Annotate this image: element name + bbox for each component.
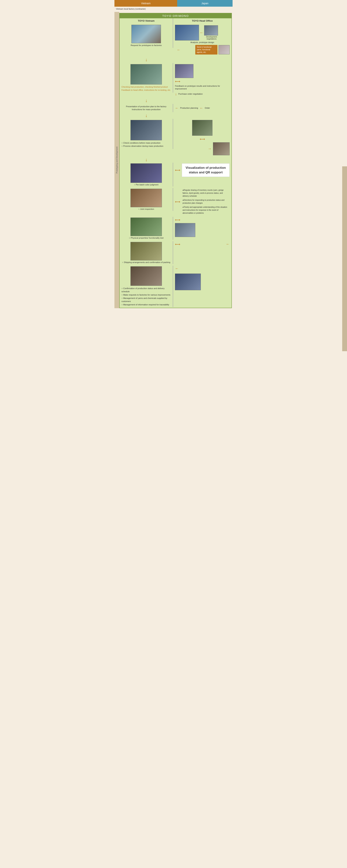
photo-yarns (218, 45, 230, 54)
step9-vietnam: ○ Confirmation of production status and … (119, 266, 173, 307)
arrow-step7: ⟷ (175, 218, 180, 222)
japan-header: Japan (177, 0, 233, 7)
photo-mass-production (131, 120, 162, 140)
step8-vietnam: ○ Shipping arrangements and confirmation… (119, 241, 173, 264)
step3-row: Presentation of production plan to the f… (119, 103, 232, 113)
step6-text: ○ Joint inspection (122, 208, 171, 210)
step1-vietnam: Request for prototypes to factories (119, 23, 173, 48)
photo-japan-meeting (175, 274, 201, 290)
step7-text: ○ Physical properties/ functionality tes… (122, 237, 171, 239)
step2-ho-text: Feedback on prototype results and instru… (175, 85, 230, 90)
photo-headoffice-meeting (175, 25, 199, 40)
step5-vietnam: ○ Per-batch color judgment (119, 163, 173, 186)
step3-ho-text: Production planning (180, 107, 198, 109)
headoffice-col-label: TOYO Head Office (173, 18, 232, 23)
step2-right: ⟷ Feedback on prototype results and inst… (173, 63, 232, 97)
japan-label: Japan (201, 2, 208, 5)
main-layout: Prototyping and Development TOYO ORIMONO… (114, 12, 233, 308)
step1-headoffice-area: ← Development negotiations Analysis, pro… (175, 25, 230, 43)
step9-arrows: ← (175, 266, 230, 271)
customer-dev-text: Development negotiations (204, 36, 219, 40)
customer-bullets-area: ●Regular sharing of inventory counts (ya… (182, 189, 230, 215)
arrow-step3-left: ← (175, 106, 179, 110)
arrow-step6: ⟷ (175, 199, 180, 204)
step3-vietnam-text: Presentation of production plan to the f… (122, 105, 171, 111)
step2-ho-area (175, 64, 230, 78)
arrow-down-3: ↓ (119, 113, 173, 118)
photo-step9 (131, 266, 162, 286)
arrow-step8-both: ⟷ (175, 242, 180, 246)
step9-item2: ○ Make requests to factories for various… (122, 293, 171, 297)
sub-header: Vietnam local factory (contractor) (114, 7, 233, 12)
step8-row: ○ Shipping arrangements and confirmation… (119, 241, 232, 265)
step4-japan-area: → (175, 142, 230, 155)
step5-row: ○ Per-batch color judgment ⟷ Visualizati… (119, 162, 232, 187)
step4-right: ⟷ → (173, 119, 232, 156)
arrows-feedback: ⟷ (175, 79, 230, 84)
step9-item3: ○ Management of yarns and chemicals supp… (122, 297, 171, 303)
photo-test-right (175, 223, 195, 237)
step1-vietnam-text: Request for prototypes to factories (122, 44, 171, 46)
step8-text: ○ Shipping arrangements and confirmation… (122, 261, 171, 264)
step6-right: ⟷ ●Regular sharing of inventory counts (… (173, 188, 232, 215)
photo-customer (204, 25, 218, 35)
arrow-step4-right: → (208, 147, 211, 151)
arrow-from-japan: ← (200, 31, 203, 35)
side-label-prototyping: Prototyping and Development (114, 12, 119, 308)
photo-ho-meeting2 (175, 64, 194, 78)
step9-items: ○ Confirmation of production status and … (122, 287, 171, 306)
customer-photo-area: Development negotiations (204, 25, 219, 40)
step9-right: ← (173, 266, 232, 307)
step4-item1: ○ Check conditions before mass productio… (122, 142, 171, 145)
vietnam-header: Vietnam (114, 0, 177, 7)
step2-purchase-area: ↓ Purchase order negotiation (175, 92, 230, 96)
step7-vietnam: ○ Physical properties/ functionality tes… (119, 217, 173, 240)
japan-meeting-row: ○ Confirmation of production status and … (119, 265, 232, 308)
arrow-step9-left: ← (175, 266, 179, 271)
toyo-title: TOYO ORIMONO (119, 13, 232, 18)
vietnam-label: Vietnam (141, 2, 150, 5)
step6-row: ○ Joint inspection ⟷ ●Regular sharing of… (119, 187, 232, 216)
factory-label: Vietnam local factory (contractor) (114, 7, 177, 12)
photo-physical-test (131, 218, 162, 236)
photo-color-judgment (131, 163, 162, 183)
step7-row: ○ Physical properties/ functionality tes… (119, 216, 232, 241)
arrow-down-2: ↓ (119, 98, 173, 103)
arrow-step3-from-japan: ← (200, 106, 203, 110)
step9-item1: ○ Confirmation of production status and … (122, 287, 171, 293)
customer-bullet-2: ●Directions for responding to production… (182, 199, 230, 205)
step3-japan-text: Order (205, 107, 210, 109)
photo-shipping (131, 242, 162, 260)
step4-item2: ○ Process observation during mass produc… (122, 145, 171, 148)
arrows-step4: ⟷ (175, 137, 230, 141)
orange-box-yarns: Send in functional yarns, functional age… (195, 45, 217, 55)
step4-row: ○ Check conditions before mass productio… (119, 118, 232, 157)
vietnam-col-label: TOYO Vietnam (119, 18, 173, 23)
arrow-step5-both: ⟷ (175, 168, 180, 172)
photo-japan-person (213, 142, 230, 155)
page-wrapper: Vietnam Japan Vietnam local factory (con… (114, 0, 233, 868)
arrow-down-4: ↓ (119, 157, 173, 162)
header: Vietnam Japan (114, 0, 233, 7)
col-labels-row: TOYO Vietnam TOYO Head Office (119, 18, 232, 23)
step2-vietnam: Checking trial production, checking fini… (119, 63, 173, 93)
arrow-down-1: ↓ (119, 58, 173, 62)
step1-arrow-area: ← Development negotiations (175, 25, 230, 40)
center-content: TOYO ORIMONO Customer TOYO Vietnam TOYO … (119, 12, 233, 308)
step5-text: ○ Per-batch color judgment (122, 184, 171, 186)
step3-vietnam: Presentation of production plan to the f… (119, 104, 173, 112)
arrow-down-purchase: ↓ (175, 92, 177, 96)
arrow-ho-to-vn: ← (177, 48, 180, 52)
step9-item4: ○ Management of information required for… (122, 303, 171, 306)
step2-row: Checking trial production, checking fini… (119, 62, 232, 98)
customer-bullet-3: ●Timely and appropriate understanding of… (182, 206, 230, 215)
photo-trial-production (131, 64, 162, 85)
step3-right: ← Production planning ← Order (173, 105, 232, 111)
photo-ho-person (192, 120, 212, 136)
arrow-step8-right: ← (226, 242, 230, 246)
purchase-order-text: Purchase order negotiation (178, 93, 203, 95)
step2-vietnam-text: Checking trial production, checking fini… (122, 85, 171, 92)
step4-items: ○ Check conditions before mass productio… (122, 142, 171, 148)
step7-right: ⟷ (173, 217, 232, 238)
photo-joint-inspection (131, 189, 162, 207)
